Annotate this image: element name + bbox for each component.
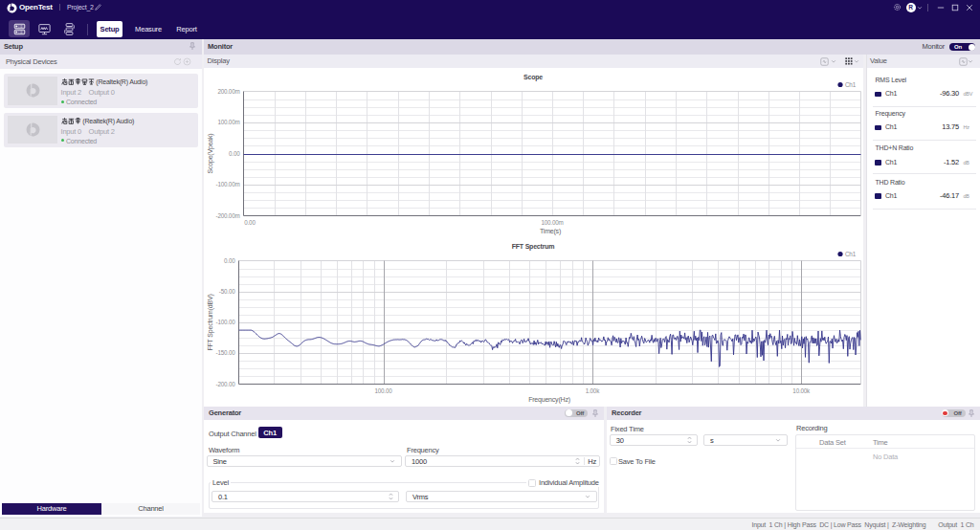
svg-text:-100.00m: -100.00m	[215, 181, 239, 188]
svg-text:Ch1: Ch1	[845, 81, 857, 88]
svg-text:-100.00: -100.00	[216, 319, 236, 325]
svg-text:0.00: 0.00	[224, 257, 235, 264]
svg-text:1.00k: 1.00k	[586, 387, 600, 394]
svg-text:0.00: 0.00	[244, 219, 256, 226]
svg-text:Frequency(Hz): Frequency(Hz)	[528, 396, 570, 404]
svg-text:Ch1: Ch1	[845, 251, 857, 257]
svg-text:100.00: 100.00	[374, 387, 392, 394]
svg-text:-150.00: -150.00	[216, 349, 236, 356]
svg-text:FFT Spectrum(dBV): FFT Spectrum(dBV)	[207, 294, 214, 350]
svg-text:FFT Spectrum: FFT Spectrum	[512, 243, 555, 251]
svg-text:-50.00: -50.00	[219, 288, 235, 295]
svg-text:200.00m: 200.00m	[217, 88, 239, 95]
svg-text:100.00m: 100.00m	[217, 119, 239, 125]
svg-text:-200.00m: -200.00m	[215, 212, 239, 219]
svg-text:Time(s): Time(s)	[540, 228, 561, 235]
svg-text:0.00: 0.00	[229, 150, 240, 157]
svg-text:-200.00: -200.00	[216, 381, 236, 387]
svg-text:100.00m: 100.00m	[541, 219, 563, 226]
svg-text:Scope: Scope	[523, 74, 543, 81]
svg-text:10.00k: 10.00k	[792, 387, 811, 394]
svg-text:Scope(Vpeak): Scope(Vpeak)	[207, 134, 214, 174]
